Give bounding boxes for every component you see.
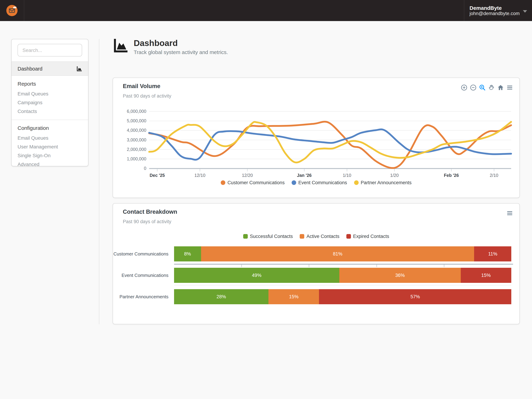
legend-swatch: [221, 180, 225, 185]
sidebar-item-user-management[interactable]: User Management: [12, 142, 88, 151]
legend-swatch: [292, 180, 296, 185]
bar-axis-tick: [241, 265, 242, 267]
legend-label: Partner Announcements: [361, 180, 412, 185]
legend-item-event-communications[interactable]: Event Communications: [292, 180, 347, 185]
chart-toolbar: [461, 84, 513, 91]
line-chart-legend: Customer CommunicationsEvent Communicati…: [113, 180, 519, 185]
search-input[interactable]: [18, 44, 82, 57]
svg-text:1/10: 1/10: [343, 173, 351, 178]
user-info: DemandByte john@demandbyte.com: [469, 5, 521, 16]
svg-text:1/20: 1/20: [390, 173, 399, 178]
sidebar-item-email-queues[interactable]: Email Queues: [12, 89, 88, 98]
legend-item-customer-communications[interactable]: Customer Communications: [221, 180, 285, 185]
bar-segment-value: 36%: [395, 273, 405, 278]
bar-row-label: Event Communications: [113, 273, 174, 278]
bar-axis-tick: [376, 265, 377, 267]
sidebar: Dashboard ReportsEmail QueuesCampaignsCo…: [11, 39, 89, 166]
legend-swatch: [346, 234, 351, 239]
sidebar-sections: ReportsEmail QueuesCampaignsContactsConf…: [12, 76, 88, 173]
legend-label: Active Contacts: [307, 234, 340, 239]
bar-row-customer-communications: Customer Communications8%81%11%: [113, 246, 519, 261]
bar-segment-successful-contacts: 28%: [174, 289, 268, 304]
card-subtitle: Past 90 days of activity: [123, 219, 171, 224]
bar-segment-active-contacts: 15%: [268, 289, 319, 304]
legend-swatch: [354, 180, 359, 185]
reset-home-icon[interactable]: [497, 84, 504, 91]
top-bar: DemandByte john@demandbyte.com: [0, 0, 532, 21]
svg-text:Feb '26: Feb '26: [444, 173, 459, 178]
sidebar-item-advanced[interactable]: Advanced: [12, 160, 88, 168]
user-menu[interactable]: DemandByte john@demandbyte.com: [464, 0, 532, 21]
svg-text:Jan '26: Jan '26: [297, 173, 312, 178]
svg-text:4,000,000: 4,000,000: [127, 128, 146, 133]
bar-chart-legend: Successful ContactsActive ContactsExpire…: [113, 234, 519, 239]
legend-item-partner-announcements[interactable]: Partner Announcements: [354, 180, 412, 185]
legend-item-active-contacts[interactable]: Active Contacts: [300, 234, 340, 239]
bar-track: 28%15%57%: [174, 289, 511, 304]
app-logo[interactable]: [0, 0, 24, 21]
bar-row-separator: [174, 285, 511, 285]
bar-segment-expired-contacts: 15%: [461, 268, 511, 283]
legend-item-expired-contacts[interactable]: Expired Contacts: [346, 234, 389, 239]
bar-row-label: Customer Communications: [113, 251, 174, 257]
bar-segment-active-contacts: 36%: [339, 268, 461, 283]
selection-zoom-icon[interactable]: [479, 84, 486, 91]
sidebar-section-header: Reports: [12, 79, 88, 89]
legend-item-successful-contacts[interactable]: Successful Contacts: [243, 234, 293, 239]
card-title: Email Volume: [123, 83, 160, 89]
stacked-bars: Customer Communications8%81%11%Event Com…: [113, 246, 519, 310]
svg-text:12/10: 12/10: [194, 173, 205, 178]
bar-segment-value: 15%: [481, 273, 491, 278]
legend-swatch: [300, 234, 304, 239]
menu-icon[interactable]: [506, 84, 513, 91]
bar-row-label: Partner Announcements: [113, 294, 174, 299]
user-email: john@demandbyte.com: [469, 11, 521, 16]
card-subtitle: Past 90 days of activity: [123, 93, 171, 99]
sidebar-item-contacts[interactable]: Contacts: [12, 107, 88, 115]
svg-text:6,000,000: 6,000,000: [127, 109, 146, 114]
bar-segment-value: 57%: [410, 294, 420, 299]
page-header: Dashboard Track global system activity a…: [113, 39, 228, 55]
bar-segment-successful-contacts: 8%: [174, 246, 201, 261]
chart-toolbar: [506, 210, 513, 216]
svg-text:0: 0: [144, 166, 146, 171]
bar-axis-tick: [444, 265, 444, 267]
legend-swatch: [243, 234, 248, 239]
content-divider: [99, 39, 99, 324]
pan-icon[interactable]: [488, 84, 495, 91]
card-title: Contact Breakdown: [123, 209, 177, 215]
legend-label: Successful Contacts: [250, 234, 293, 239]
svg-text:2/10: 2/10: [490, 173, 498, 178]
bar-segment-value: 8%: [184, 251, 191, 257]
bar-segment-value: 15%: [289, 294, 298, 299]
email-volume-card: Email Volume Past 90 days of activity 01…: [113, 77, 520, 198]
svg-text:12/20: 12/20: [242, 173, 253, 178]
sidebar-section-configuration: ConfigurationEmail QueuesUser Management…: [12, 120, 88, 173]
svg-text:5,000,000: 5,000,000: [127, 118, 146, 123]
menu-icon[interactable]: [506, 210, 513, 216]
zoom-in-icon[interactable]: [461, 84, 468, 91]
bar-segment-value: 49%: [252, 273, 261, 278]
sidebar-item-dashboard[interactable]: Dashboard: [12, 61, 88, 76]
area-chart-icon: [76, 66, 82, 71]
sidebar-item-campaigns[interactable]: Campaigns: [12, 98, 88, 107]
sidebar-item-email-queues[interactable]: Email Queues: [12, 133, 88, 142]
sidebar-section-reports: ReportsEmail QueuesCampaignsContacts: [12, 76, 88, 120]
user-org-name: DemandByte: [469, 5, 521, 11]
sidebar-item-single-sign-on[interactable]: Single Sign-On: [12, 151, 88, 160]
bar-segment-value: 28%: [216, 294, 226, 299]
sidebar-search: [12, 39, 88, 61]
bar-segment-expired-contacts: 57%: [319, 289, 511, 304]
bar-track: 8%81%11%: [174, 246, 511, 261]
bar-segment-expired-contacts: 11%: [474, 246, 511, 261]
mail-crown-logo-icon: [6, 5, 18, 17]
sidebar-section-header: Configuration: [12, 124, 88, 133]
svg-text:3,000,000: 3,000,000: [127, 137, 146, 142]
bar-axis-tick: [309, 265, 309, 267]
contact-breakdown-card: Contact Breakdown Past 90 days of activi…: [113, 203, 520, 324]
chevron-down-icon: [523, 10, 527, 13]
bar-axis-line: [174, 264, 513, 265]
bar-segment-active-contacts: 81%: [201, 246, 474, 261]
dashboard-app: DemandByte john@demandbyte.com Dashboard…: [0, 0, 532, 399]
zoom-out-icon[interactable]: [470, 84, 476, 91]
